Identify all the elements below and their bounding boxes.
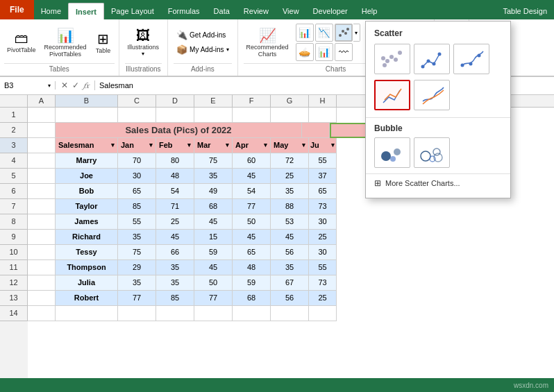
data-cell[interactable]: 68 — [194, 199, 233, 214]
data-cell[interactable] — [28, 306, 56, 321]
data-cell[interactable]: 15 — [194, 230, 233, 245]
data-cell[interactable] — [302, 123, 330, 138]
row-header-9[interactable]: 9 — [0, 230, 28, 245]
data-cell[interactable]: Julia — [56, 275, 118, 291]
formula-check-icon[interactable]: ✓ — [72, 80, 79, 90]
data-cell[interactable] — [28, 245, 56, 260]
row-header-3[interactable]: 3 — [0, 138, 28, 153]
data-cell[interactable]: 88 — [271, 199, 309, 214]
data-cell[interactable] — [28, 108, 56, 123]
row-header-6[interactable]: 6 — [0, 184, 28, 199]
data-cell[interactable]: 45 — [156, 230, 194, 245]
data-cell[interactable]: 77 — [233, 199, 271, 214]
data-cell[interactable]: 35 — [194, 169, 233, 184]
data-cell[interactable] — [309, 306, 337, 321]
data-cell[interactable]: 29 — [118, 260, 156, 275]
recommended-pivottables-button[interactable]: 📊 RecommendedPivotTables — [42, 26, 90, 60]
data-cell[interactable]: 45 — [233, 230, 271, 245]
data-cell[interactable]: 35 — [118, 275, 156, 291]
row-header-4[interactable]: 4 — [0, 153, 28, 169]
table-button[interactable]: ⊞ Sales Data (Pics) of 2022 Table — [92, 29, 115, 56]
tab-page-layout[interactable]: Page Layout — [104, 3, 161, 19]
scatter-type-1[interactable] — [374, 44, 410, 74]
data-cell[interactable]: 77 — [194, 291, 233, 306]
data-cell[interactable]: Marry — [56, 153, 118, 169]
data-cell[interactable]: 35 — [118, 230, 156, 245]
col-b[interactable]: B — [56, 95, 118, 107]
bubble-type-2[interactable] — [414, 137, 450, 168]
data-cell[interactable]: 35 — [271, 184, 309, 199]
bubble-type-1[interactable] — [374, 137, 410, 168]
row-header-1[interactable]: 1 — [0, 108, 28, 123]
data-cell[interactable]: 68 — [233, 291, 271, 306]
cell-reference[interactable]: B3 ▾ — [0, 81, 56, 90]
data-cell[interactable] — [271, 306, 309, 321]
data-cell[interactable] — [56, 108, 118, 123]
data-cell[interactable]: 75 — [194, 153, 233, 169]
data-cell[interactable]: 65 — [118, 184, 156, 199]
header-cell-feb[interactable]: Feb▾ — [156, 138, 194, 153]
data-cell[interactable]: Tessy — [56, 245, 118, 260]
row-header-13[interactable]: 13 — [0, 291, 28, 306]
data-cell[interactable] — [28, 184, 56, 199]
row-header-10[interactable]: 10 — [0, 245, 28, 260]
data-cell[interactable]: 71 — [156, 199, 194, 214]
column-chart-button[interactable]: 📊 — [296, 24, 314, 42]
header-cell-jun[interactable]: Ju▾ — [309, 138, 337, 153]
data-cell[interactable] — [28, 153, 56, 169]
get-addins-button[interactable]: 🔌 Get Add-ins — [174, 28, 231, 42]
title-cell[interactable]: Sales Data (Pics) of 2022 — [56, 123, 302, 138]
data-cell[interactable]: 56 — [271, 291, 309, 306]
data-cell[interactable]: 72 — [271, 153, 309, 169]
data-cell[interactable]: 54 — [156, 184, 194, 199]
header-cell-mar[interactable]: Mar▾ — [194, 138, 233, 153]
data-cell[interactable] — [28, 275, 56, 291]
data-cell[interactable]: Robert — [56, 291, 118, 306]
col-f[interactable]: F — [233, 95, 271, 107]
data-cell[interactable]: 45 — [271, 230, 309, 245]
data-cell[interactable] — [309, 108, 337, 123]
row-header-8[interactable]: 8 — [0, 214, 28, 230]
recommended-charts-button[interactable]: 📈 RecommendedCharts — [244, 26, 292, 60]
header-cell-salesman[interactable]: Salesman▾ — [56, 138, 118, 153]
row-header-11[interactable]: 11 — [0, 260, 28, 275]
data-cell[interactable]: 30 — [309, 214, 337, 230]
data-cell[interactable]: 55 — [309, 153, 337, 169]
pivot-table-button[interactable]: 🗃 PivotTable — [4, 29, 39, 56]
data-cell[interactable]: 56 — [271, 245, 309, 260]
data-cell[interactable]: 35 — [156, 260, 194, 275]
data-cell[interactable] — [118, 108, 156, 123]
tab-view[interactable]: View — [276, 3, 306, 19]
tab-data[interactable]: Data — [207, 3, 237, 19]
col-e[interactable]: E — [194, 95, 233, 107]
data-cell[interactable] — [28, 230, 56, 245]
data-cell[interactable]: Richard — [56, 230, 118, 245]
col-g[interactable]: G — [271, 95, 309, 107]
header-cell-may[interactable]: May▾ — [271, 138, 309, 153]
data-cell[interactable]: 73 — [309, 275, 337, 291]
row-header-5[interactable]: 5 — [0, 169, 28, 184]
scatter-type-2[interactable] — [414, 44, 450, 74]
pie-chart-button[interactable]: 🥧 — [296, 43, 314, 61]
data-cell[interactable] — [28, 260, 56, 275]
data-cell[interactable] — [156, 108, 194, 123]
data-cell[interactable]: 65 — [233, 245, 271, 260]
data-cell[interactable] — [233, 306, 271, 321]
data-cell[interactable]: 35 — [156, 275, 194, 291]
data-cell[interactable]: 45 — [233, 169, 271, 184]
scatter-type-5[interactable] — [414, 80, 450, 110]
data-cell[interactable] — [194, 108, 233, 123]
row-header-7[interactable]: 7 — [0, 199, 28, 214]
data-cell[interactable]: 35 — [271, 260, 309, 275]
row-header-2[interactable]: 2 — [0, 123, 28, 138]
my-addins-button[interactable]: 📦 My Add-ins ▾ — [174, 43, 231, 56]
tab-developer[interactable]: Developer — [306, 3, 355, 19]
data-cell[interactable]: 65 — [309, 184, 337, 199]
data-cell[interactable]: 25 — [156, 214, 194, 230]
header-cell-jan[interactable]: Jan▾ — [118, 138, 156, 153]
data-cell[interactable] — [28, 214, 56, 230]
data-cell[interactable]: 30 — [309, 245, 337, 260]
data-cell[interactable]: 59 — [233, 275, 271, 291]
data-cell[interactable] — [330, 123, 368, 138]
scatter-chart-button[interactable] — [335, 24, 353, 42]
